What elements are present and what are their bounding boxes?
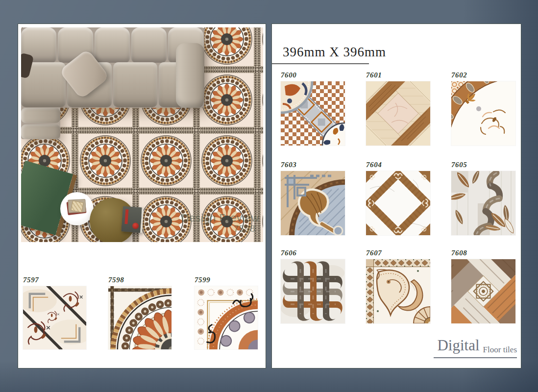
tile-card: 7601 <box>366 71 430 146</box>
tile-code-label: 7597 <box>23 276 86 284</box>
room-preview-photo: Design Preview 7598 <box>21 27 263 242</box>
tile-code-label: 7601 <box>366 71 430 79</box>
tile-image <box>281 81 345 146</box>
tile-code-label: 7608 <box>451 249 515 257</box>
tile-image <box>108 286 171 349</box>
tile-image <box>366 259 430 323</box>
size-header-underline <box>272 63 369 64</box>
size-header-block: 396mm X 396mm <box>272 45 386 64</box>
tile-code-label: 7606 <box>281 249 345 257</box>
tile-image <box>23 286 86 349</box>
white-side-table <box>60 192 94 225</box>
tile-card: 7604 <box>366 161 430 235</box>
tile-code-label: 7605 <box>451 161 515 169</box>
tile-code-label: 7599 <box>195 276 258 284</box>
brand-name: Digital <box>437 337 479 354</box>
tile-image <box>195 286 258 349</box>
dark-book <box>121 206 144 233</box>
tile-card: 7605 <box>451 161 515 235</box>
sofa-armrest <box>176 43 204 108</box>
size-header: 396mm X 396mm <box>283 45 386 60</box>
watermark-line2: 7598 <box>181 224 259 234</box>
tile-code-label: 7600 <box>281 71 345 79</box>
brand-underline <box>434 357 517 358</box>
tile-image <box>451 171 515 235</box>
tile-image <box>451 259 515 323</box>
tile-code-label: 7598 <box>108 276 171 284</box>
left-panel: Design Preview 7598 7597 <box>18 24 266 368</box>
tile-image <box>366 171 430 235</box>
tile-card: 7599 <box>195 276 258 349</box>
book-spine <box>124 209 128 224</box>
right-panel: 396mm X 396mm 7600 <box>271 24 521 368</box>
tile-image <box>281 171 345 235</box>
brand-tagline: Floor tiles <box>483 345 517 354</box>
tile-code-label: 7607 <box>366 249 430 257</box>
tile-card: 7602 <box>451 71 515 146</box>
tile-card: 7598 <box>108 276 171 349</box>
tile-card: 7597 <box>23 276 86 349</box>
tile-image <box>451 81 515 146</box>
tile-card: 7600 <box>281 71 345 146</box>
tile-card: 7606 <box>281 249 345 323</box>
tile-code-label: 7602 <box>451 71 515 79</box>
tile-card: 7603 <box>281 161 345 235</box>
tile-card: 7607 <box>366 249 430 323</box>
watermark: Design Preview 7598 <box>181 212 259 234</box>
tile-sample <box>71 200 83 213</box>
tile-card: 7608 <box>451 249 515 323</box>
tile-image <box>281 259 345 323</box>
tile-code-label: 7604 <box>366 161 430 169</box>
sofa-chaise-cushions <box>21 108 60 139</box>
tile-code-label: 7603 <box>281 161 345 169</box>
book-flower-ornament <box>132 222 139 229</box>
brand-block: DigitalFloor tiles <box>341 337 519 358</box>
tile-image <box>366 81 430 146</box>
watermark-line1: Design Preview <box>181 212 259 224</box>
